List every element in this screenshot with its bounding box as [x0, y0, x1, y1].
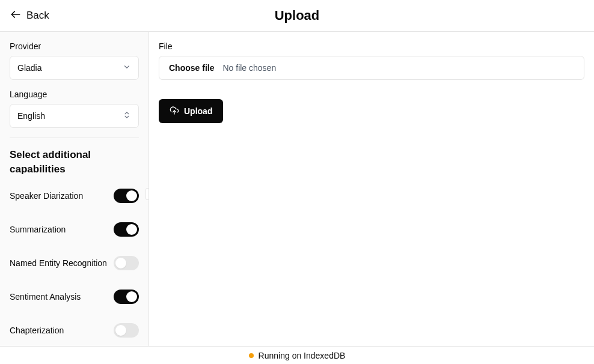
- capability-label: Named Entity Recognition: [10, 258, 107, 268]
- back-button[interactable]: Back: [10, 8, 49, 23]
- status-text: Running on IndexedDB: [259, 351, 346, 360]
- provider-select[interactable]: Gladia: [10, 56, 139, 80]
- main: File Choose file No file chosen Upload: [149, 32, 594, 346]
- header: Back Upload: [0, 0, 594, 32]
- chevron-down-icon: [123, 63, 131, 73]
- file-input[interactable]: Choose file No file chosen: [159, 56, 584, 80]
- page-title: Upload: [275, 8, 320, 23]
- capability-row: Named Entity Recognition: [10, 256, 139, 270]
- language-select[interactable]: English: [10, 104, 139, 128]
- back-label: Back: [26, 10, 49, 22]
- sentiment-analysis-toggle[interactable]: [114, 290, 139, 304]
- footer-status: Running on IndexedDB: [0, 346, 594, 364]
- capability-row: Chapterization: [10, 323, 139, 338]
- arrow-left-icon: [10, 8, 22, 23]
- no-file-text: No file chosen: [222, 63, 276, 73]
- language-label: Language: [10, 89, 139, 99]
- capability-label: Speaker Diarization: [10, 191, 83, 201]
- upload-button[interactable]: Upload: [159, 99, 223, 123]
- provider-label: Provider: [10, 41, 139, 51]
- sidebar: Provider Gladia Language English Select …: [0, 32, 149, 346]
- chapterization-toggle[interactable]: [114, 323, 139, 338]
- content: Provider Gladia Language English Select …: [0, 32, 594, 346]
- file-label: File: [159, 41, 584, 51]
- capability-row: Speaker Diarization: [10, 189, 139, 203]
- chevrons-up-down-icon: [123, 111, 131, 121]
- divider: [10, 138, 139, 138]
- cloud-upload-icon: [170, 106, 179, 117]
- capability-row: Summarization: [10, 222, 139, 237]
- speaker-diarization-toggle[interactable]: [114, 189, 139, 203]
- capability-label: Chapterization: [10, 326, 64, 335]
- status-dot-icon: [249, 353, 254, 358]
- capabilities-heading: Select additional capabilities: [10, 148, 139, 177]
- provider-value: Gladia: [17, 63, 41, 73]
- language-value: English: [17, 111, 45, 121]
- upload-button-label: Upload: [184, 106, 212, 116]
- resize-handle[interactable]: ⋮: [145, 188, 149, 200]
- named-entity-recognition-toggle[interactable]: [114, 256, 139, 270]
- capability-label: Summarization: [10, 225, 66, 234]
- choose-file-label: Choose file: [169, 63, 214, 73]
- capability-row: Sentiment Analysis: [10, 290, 139, 304]
- summarization-toggle[interactable]: [114, 222, 139, 237]
- capability-label: Sentiment Analysis: [10, 292, 81, 302]
